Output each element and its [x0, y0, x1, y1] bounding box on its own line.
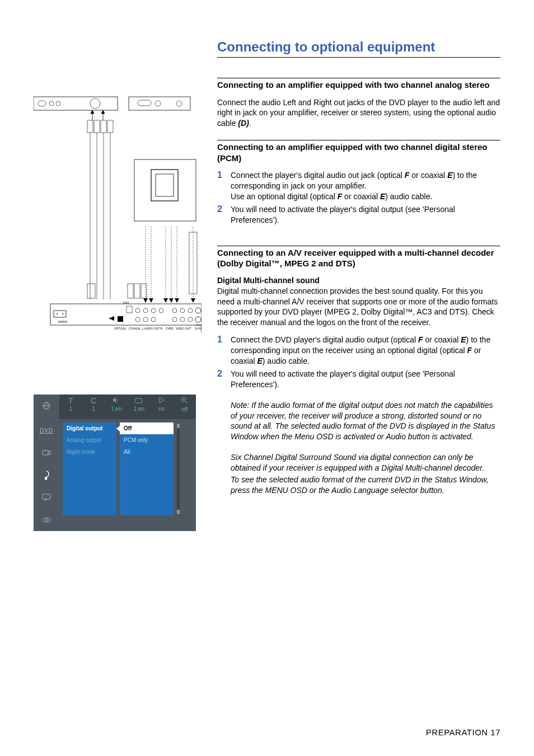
section-heading-analog: Connecting to an amplifier equipped with…: [217, 79, 500, 91]
osd-option-all[interactable]: All: [120, 446, 174, 458]
diagram-label-optical: OPTICAL: [114, 327, 127, 330]
left-column: MAINS OPTICAL COAXIAL L AUDIO OUT R CVBS…: [34, 78, 217, 531]
svg-rect-77: [43, 494, 50, 499]
svg-point-33: [143, 308, 148, 313]
svg-point-40: [135, 317, 140, 322]
osd-tabs: T1 C1 1:en 1:en no off: [59, 395, 196, 419]
av-note-2: Six Channel Digital Surround Sound via d…: [231, 452, 500, 473]
svg-line-71: [185, 401, 188, 403]
wiring-diagram: MAINS OPTICAL COAXIAL L AUDIO OUT R CVBS…: [34, 76, 202, 333]
diagram-label-svideo: S-VIDEO: [195, 327, 202, 330]
svg-marker-55: [163, 298, 168, 303]
svg-rect-62: [141, 284, 147, 298]
osd-setting-list: Digital output Analog output Night mode: [63, 422, 116, 515]
diagram-label-audio-out: L AUDIO OUT R: [142, 327, 163, 330]
svg-point-52: [62, 313, 63, 314]
svg-point-2: [56, 101, 60, 106]
svg-rect-50: [54, 311, 66, 317]
svg-point-42: [151, 317, 156, 322]
svg-rect-31: [50, 304, 202, 325]
osd-globe-icon: [34, 395, 59, 417]
osd-angle-icon: [34, 442, 59, 464]
right-column: Connecting to an amplifier equipped with…: [217, 78, 500, 531]
pcm-step-1: Connect the player's digital audio out j…: [231, 170, 500, 202]
svg-marker-69: [160, 397, 164, 403]
svg-marker-54: [149, 298, 153, 303]
svg-rect-61: [134, 284, 140, 298]
step-number: 2: [217, 204, 231, 226]
osd-list-night-mode[interactable]: Night mode: [63, 446, 116, 458]
svg-rect-14: [94, 120, 100, 133]
section-body-analog: Connect the audio Left and Right out jac…: [217, 97, 500, 129]
svg-marker-57: [175, 298, 179, 303]
osd-tab-subtitle: 1:en: [128, 395, 151, 419]
osd-option-pcm-only[interactable]: PCM only: [120, 434, 174, 446]
svg-marker-12: [101, 110, 105, 114]
page-footer: PREPARATION 17: [426, 727, 500, 737]
pcm-steps: 1 Connect the player's digital audio out…: [217, 170, 500, 225]
section-heading-av: Connecting to an A/V receiver equipped w…: [217, 247, 500, 269]
osd-list-digital-output[interactable]: Digital output: [63, 422, 116, 434]
svg-rect-8: [138, 100, 151, 106]
svg-point-43: [172, 317, 177, 322]
svg-rect-13: [87, 120, 93, 133]
svg-point-35: [159, 308, 163, 313]
av-note-3: To see the selected audio format of the …: [231, 475, 500, 496]
section-heading-pcm: Connecting to an amplifier equipped with…: [217, 142, 500, 163]
pcm-step-2: You will need to activate the player's d…: [231, 204, 500, 226]
osd-dvd-logo: DVD: [34, 419, 59, 442]
diagram-label-coaxial: COAXIAL: [129, 327, 141, 330]
step-number: 2: [217, 369, 231, 390]
section-subheading-av: Digital Multi-channel sound: [217, 276, 500, 285]
svg-rect-15: [101, 120, 106, 133]
av-step-1: Connect the DVD player's digital audio o…: [231, 335, 500, 367]
svg-rect-23: [156, 174, 174, 196]
svg-point-1: [49, 101, 54, 106]
svg-point-34: [151, 308, 156, 313]
svg-point-51: [57, 313, 58, 314]
svg-point-32: [135, 308, 140, 313]
svg-rect-5: [129, 97, 190, 110]
av-step-2: You will need to activate the player's d…: [231, 369, 500, 390]
osd-option-off[interactable]: Off: [120, 422, 174, 434]
svg-point-45: [188, 317, 193, 322]
svg-point-37: [180, 308, 185, 313]
diagram-label-cvbs: CVBS: [166, 327, 174, 330]
svg-point-39: [195, 308, 201, 313]
osd-scrollbar[interactable]: [177, 422, 180, 515]
svg-point-76: [45, 477, 48, 480]
osd-tab-audio: 1:en: [105, 395, 128, 419]
svg-marker-10: [91, 110, 94, 114]
svg-rect-47: [118, 316, 123, 322]
step-number: 1: [217, 170, 231, 202]
osd-audio-icon: [34, 464, 59, 486]
svg-marker-58: [191, 298, 195, 303]
svg-rect-74: [43, 450, 48, 455]
diagram-label-digi: DIGI: [123, 301, 129, 304]
svg-point-36: [172, 308, 177, 313]
svg-point-38: [188, 308, 193, 313]
svg-rect-21: [134, 159, 196, 221]
step-number: 1: [217, 335, 231, 367]
svg-point-7: [176, 101, 182, 106]
svg-point-6: [155, 101, 161, 106]
diagram-label-mains: MAINS: [58, 320, 68, 323]
svg-marker-75: [48, 450, 50, 455]
section-body-av: Digital multi-channel connection provide…: [217, 286, 500, 328]
page-title: Connecting to optional equipment: [217, 39, 500, 58]
svg-point-4: [90, 98, 100, 109]
osd-tab-chapter: C1: [82, 395, 105, 419]
osd-tab-play: no: [151, 395, 174, 419]
svg-marker-53: [143, 298, 148, 303]
svg-rect-16: [107, 120, 113, 133]
svg-rect-3: [38, 101, 46, 106]
osd-list-analog-output[interactable]: Analog output: [63, 434, 116, 446]
av-steps: 1 Connect the DVD player's digital audio…: [217, 335, 500, 389]
svg-point-44: [180, 317, 185, 322]
svg-point-79: [45, 519, 48, 521]
svg-rect-48: [127, 306, 132, 313]
osd-tab-title: T1: [59, 395, 82, 419]
diagram-label-video-out: VIDEO OUT: [176, 327, 191, 330]
svg-rect-59: [87, 284, 95, 298]
svg-rect-0: [34, 97, 118, 110]
